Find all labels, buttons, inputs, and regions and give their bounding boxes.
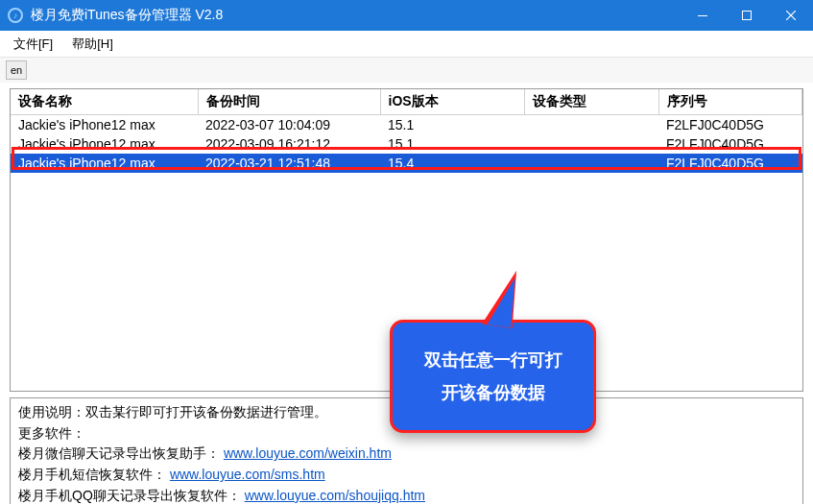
table-header-row: 设备名称 备份时间 iOS版本 设备类型 序列号 [11,89,802,115]
cell-time: 2022-03-21 12:51:48 [198,154,380,173]
menu-help[interactable]: 帮助[H] [62,32,123,57]
cell-name: Jackie's iPhone12 max [11,154,198,173]
backup-table: 设备名称 备份时间 iOS版本 设备类型 序列号 Jackie's iPhone… [11,89,802,173]
window-title: 楼月免费iTunes备份管理器 V2.8 [31,7,681,24]
info-line-sms: 楼月手机短信恢复软件： www.louyue.com/sms.htm [18,465,795,486]
cell-type [524,134,658,154]
minimize-button[interactable] [681,0,725,31]
table-row[interactable]: Jackie's iPhone12 max2022-03-21 12:51:48… [11,154,802,173]
menubar: 文件[F] 帮助[H] [0,31,813,58]
callout-line2: 开该备份数据 [408,376,578,409]
col-header-serial[interactable]: 序列号 [658,89,802,115]
table-row[interactable]: Jackie's iPhone12 max2022-03-09 16:21:12… [11,134,802,154]
cell-ios: 15.1 [380,134,524,154]
cell-name: Jackie's iPhone12 max [11,115,198,135]
cell-time: 2022-03-09 16:21:12 [198,134,380,154]
cell-type [524,154,658,173]
toolbar: en [0,58,813,83]
annotation-callout: 双击任意一行可打 开该备份数据 [390,320,596,433]
svg-rect-1 [743,12,752,20]
app-icon: ♪ [8,8,23,23]
cell-serial: F2LFJ0C40D5G [658,134,802,154]
close-button[interactable] [769,0,813,31]
col-header-type[interactable]: 设备类型 [524,89,658,115]
minimize-icon [698,15,707,16]
table-row[interactable]: Jackie's iPhone12 max2022-03-07 10:04:09… [11,115,802,135]
backup-table-wrap: 设备名称 备份时间 iOS版本 设备类型 序列号 Jackie's iPhone… [10,88,803,392]
svg-rect-0 [698,15,707,16]
maximize-button[interactable] [725,0,769,31]
col-header-ios[interactable]: iOS版本 [380,89,524,115]
info-line-qq: 楼月手机QQ聊天记录导出恢复软件： www.louyue.com/shoujiq… [18,486,795,504]
maximize-icon [742,11,752,20]
cell-time: 2022-03-07 10:04:09 [198,115,380,135]
cell-ios: 15.1 [380,115,524,135]
link-weixin[interactable]: www.louyue.com/weixin.htm [224,445,392,461]
cell-ios: 15.4 [380,154,524,173]
cell-name: Jackie's iPhone12 max [11,134,198,154]
cell-serial: F2LFJ0C40D5G [658,115,802,135]
info-line-weixin: 楼月微信聊天记录导出恢复助手： www.louyue.com/weixin.ht… [18,444,795,465]
cell-type [524,115,658,135]
cell-serial: F2LFJ0C40D5G [658,154,802,173]
close-icon [786,11,796,20]
col-header-name[interactable]: 设备名称 [11,89,198,115]
language-icon[interactable]: en [6,60,27,80]
content-area: 设备名称 备份时间 iOS版本 设备类型 序列号 Jackie's iPhone… [0,83,813,392]
callout-line1: 双击任意一行可打 [408,344,578,376]
menu-file[interactable]: 文件[F] [4,32,62,57]
titlebar: ♪ 楼月免费iTunes备份管理器 V2.8 [0,0,813,31]
link-qq[interactable]: www.louyue.com/shoujiqq.htm [245,488,425,503]
col-header-time[interactable]: 备份时间 [198,89,380,115]
link-sms[interactable]: www.louyue.com/sms.htm [170,467,325,482]
